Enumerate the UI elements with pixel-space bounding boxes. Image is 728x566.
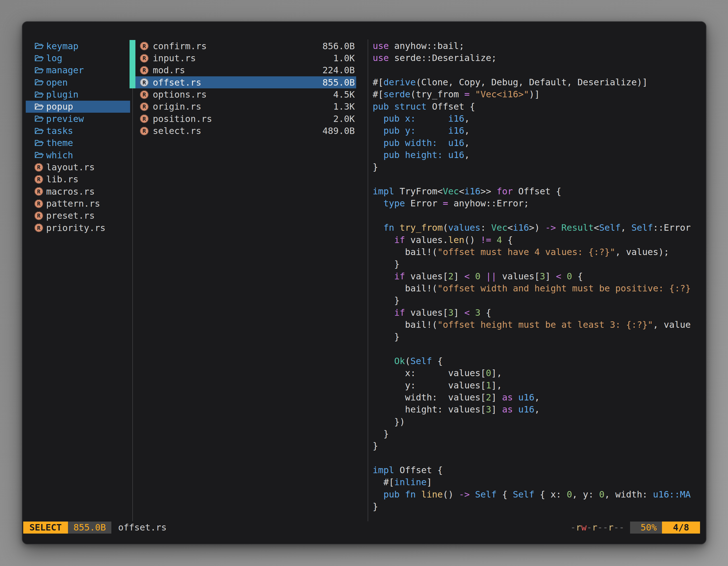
permission-char: - — [587, 522, 592, 533]
code-token: type — [384, 198, 405, 209]
sidebar-item-label: popup — [46, 101, 73, 112]
file-name: mod.rs — [153, 65, 185, 76]
sidebar-item-keymap[interactable]: keymap — [26, 40, 130, 52]
sidebar-item-layout-rs[interactable]: Rlayout.rs — [26, 161, 130, 173]
sidebar-item-pattern-rs[interactable]: Rpattern.rs — [26, 198, 130, 210]
code-line: pub fn line() -> Self { Self { x: 0, y: … — [373, 488, 706, 501]
file-row-mod-rs[interactable]: Rmod.rs224.0B — [135, 64, 356, 76]
code-line: } — [373, 501, 706, 513]
sidebar-item-label: plugin — [46, 89, 79, 100]
open-folder-icon — [34, 42, 44, 50]
code-token — [513, 392, 518, 403]
code-token — [373, 150, 384, 160]
cursor-position-badge: 4/8 — [662, 522, 700, 534]
sidebar-item-manager[interactable]: manager — [26, 64, 130, 76]
sidebar-item-popup[interactable]: popup — [26, 101, 130, 113]
code-token — [373, 138, 384, 148]
sidebar-item-lib-rs[interactable]: Rlib.rs — [26, 173, 130, 186]
code-line: #[inline] — [373, 476, 706, 488]
code-token: , — [534, 392, 540, 403]
code-line: fn try_from(values: Vec<i16>) -> Result<… — [373, 222, 706, 234]
code-token: Self — [631, 222, 653, 233]
code-line: } — [373, 258, 706, 270]
marked-files-indicator — [130, 40, 135, 88]
code-token — [416, 489, 421, 500]
code-token: < — [459, 186, 464, 197]
sidebar-item-plugin[interactable]: plugin — [26, 88, 130, 100]
rust-gear-icon: R — [34, 163, 43, 172]
sidebar-item-label: priority.rs — [46, 223, 105, 233]
sidebar-item-theme[interactable]: theme — [26, 137, 130, 149]
rust-gear-icon: R — [140, 90, 149, 99]
sidebar-item-macros-rs[interactable]: Rmacros.rs — [26, 186, 130, 198]
file-row-position-rs[interactable]: Rposition.rs2.0K — [135, 113, 356, 125]
sidebar-item-preset-rs[interactable]: Rpreset.rs — [26, 210, 130, 222]
sidebar-item-tasks[interactable]: tasks — [26, 125, 130, 137]
file-size: 489.0B — [322, 126, 355, 136]
mode-badge: SELECT — [23, 522, 68, 534]
code-token: pub — [384, 150, 400, 160]
code-line: } — [373, 440, 706, 452]
rust-gear-icon: R — [34, 200, 43, 208]
file-row-origin-rs[interactable]: Rorigin.rs1.3K — [135, 101, 356, 113]
code-token: values — [448, 222, 481, 233]
file-row-confirm-rs[interactable]: Rconfirm.rs856.0B — [135, 40, 356, 52]
open-folder-icon — [34, 103, 44, 111]
sidebar-item-label: layout.rs — [46, 162, 95, 173]
rust-gear-icon: R — [34, 212, 43, 220]
code-token — [400, 150, 405, 160]
file-row-offset-rs[interactable]: Roffset.rs855.0B — [135, 76, 356, 88]
code-token: (Clone, Copy, Debug, Default, Deserializ… — [416, 77, 647, 88]
code-token: 2 — [448, 271, 454, 282]
code-token: serde::Deserialize; — [389, 53, 497, 63]
code-token: line — [421, 489, 443, 500]
code-token: fn — [384, 222, 394, 233]
status-right: -rw-r--r-- 50% 4/8 — [570, 522, 700, 534]
file-row-input-rs[interactable]: Rinput.rs1.0K — [135, 52, 356, 64]
sidebar-item-label: log — [46, 53, 62, 64]
rust-gear-icon: R — [140, 42, 149, 50]
file-size: 855.0B — [322, 77, 355, 88]
rust-gear-icon: R — [140, 66, 149, 75]
file-row-options-rs[interactable]: Roptions.rs4.5K — [135, 88, 356, 100]
permission-char: r — [608, 522, 614, 533]
code-token: { — [480, 307, 491, 318]
file-row-select-rs[interactable]: Rselect.rs489.0B — [135, 125, 356, 137]
sidebar-item-preview[interactable]: preview — [26, 113, 130, 125]
code-token: 0 — [599, 489, 604, 500]
code-token: i16 — [513, 222, 529, 233]
code-token: pub fn — [384, 489, 416, 500]
code-token — [470, 307, 475, 318]
file-name: options.rs — [153, 89, 207, 100]
code-token — [373, 307, 394, 318]
code-token — [373, 489, 384, 500]
code-token: height: — [405, 150, 443, 160]
file-name: confirm.rs — [153, 41, 207, 51]
code-line: impl Offset { — [373, 464, 706, 476]
sidebar-item-open[interactable]: open — [26, 76, 130, 88]
rust-gear-icon: R — [34, 187, 43, 196]
code-token: ], — [491, 368, 502, 378]
code-line: if values[3] < 3 { — [373, 307, 706, 319]
scroll-percent-badge: 50% — [630, 522, 662, 534]
code-token: != — [480, 235, 491, 245]
sidebar-item-label: lib.rs — [46, 174, 79, 185]
code-line — [373, 452, 706, 464]
sidebar-item-log[interactable]: log — [26, 52, 130, 64]
sidebar-item-which[interactable]: which — [26, 149, 130, 161]
file-size: 224.0B — [322, 65, 355, 76]
code-token: inline — [394, 477, 427, 487]
code-line: impl TryFrom<Vec<i16>> for Offset { — [373, 186, 706, 198]
code-token: pub — [384, 138, 400, 148]
code-token: ( — [405, 356, 410, 366]
code-token: i16 — [448, 125, 464, 136]
sidebar-item-label: which — [46, 150, 73, 161]
sidebar-item-priority-rs[interactable]: Rpriority.rs — [26, 222, 130, 234]
code-token — [373, 235, 394, 245]
code-token: { — [572, 271, 583, 282]
code-token: bail!( — [373, 319, 437, 330]
code-line: #[derive(Clone, Copy, Debug, Default, De… — [373, 76, 706, 88]
code-token: } — [373, 501, 378, 512]
pane-divider-left — [132, 88, 133, 521]
code-token: 2 — [486, 392, 491, 403]
